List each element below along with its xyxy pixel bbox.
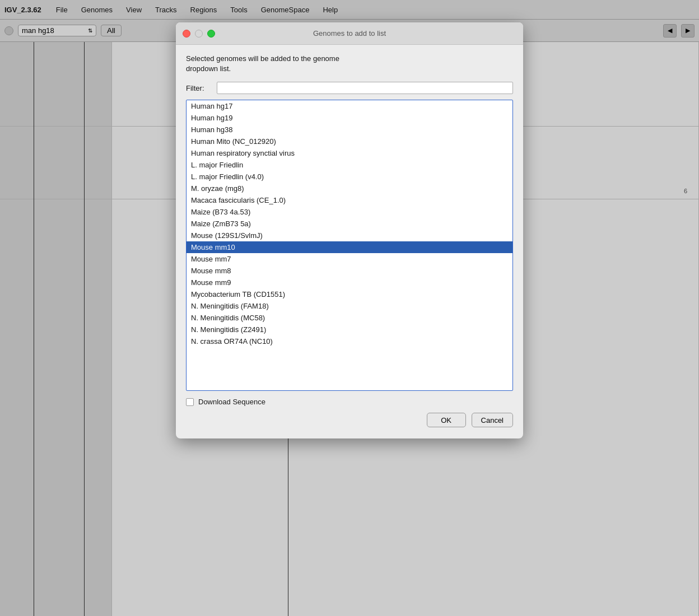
genome-list-item[interactable]: Human hg17 [187, 100, 512, 112]
genome-list-item[interactable]: M. oryzae (mg8) [187, 183, 512, 194]
close-button[interactable] [183, 30, 190, 38]
dialog-overlay: Genomes to add to list Selected genomes … [0, 0, 699, 616]
traffic-lights [183, 30, 215, 38]
genome-list-item[interactable]: N. Meningitidis (FAM18) [187, 300, 512, 312]
genome-list-item[interactable]: Mycobacterium TB (CD1551) [187, 288, 512, 300]
filter-row: Filter: [186, 82, 513, 94]
genome-list-item[interactable]: Macaca fascicularis (CE_1.0) [187, 194, 512, 206]
genome-list-item[interactable]: L. major Friedlin (v4.0) [187, 171, 512, 183]
genome-list-item[interactable]: Maize (ZmB73 5a) [187, 218, 512, 230]
ok-button[interactable]: OK [427, 413, 466, 427]
download-sequence-row: Download Sequence [186, 398, 265, 406]
genome-list-item[interactable]: Mouse mm8 [187, 265, 512, 277]
genome-list-item[interactable]: Maize (B73 4a.53) [187, 206, 512, 218]
genome-list-item[interactable]: N. crassa OR74A (NC10) [187, 335, 512, 347]
genome-list-item[interactable]: N. Meningitidis (Z2491) [187, 324, 512, 335]
dialog-buttons: OK Cancel [186, 413, 513, 430]
dialog-title: Genomes to add to list [313, 29, 386, 38]
genome-list-item[interactable]: Mouse (129S1/SvlmJ) [187, 230, 512, 241]
genome-list-item[interactable]: Human respiratory synctial virus [187, 147, 512, 159]
genomes-dialog: Genomes to add to list Selected genomes … [176, 22, 523, 438]
minimize-button[interactable] [195, 30, 203, 38]
genome-list-item[interactable]: Mouse mm10 [187, 241, 512, 253]
download-sequence-checkbox[interactable] [186, 398, 194, 406]
genome-list-item[interactable]: Human hg19 [187, 112, 512, 124]
genome-list-item[interactable]: Human Mito (NC_012920) [187, 136, 512, 147]
genome-list-item[interactable]: L. major Friedlin [187, 159, 512, 171]
dialog-titlebar: Genomes to add to list [176, 22, 523, 45]
genome-list-item[interactable]: Mouse mm7 [187, 253, 512, 265]
filter-label: Filter: [186, 84, 211, 92]
maximize-button[interactable] [207, 30, 215, 38]
dialog-body: Selected genomes will be added to the ge… [176, 45, 523, 438]
genome-list-item[interactable]: Human hg38 [187, 124, 512, 136]
dialog-description: Selected genomes will be added to the ge… [186, 54, 513, 74]
bottom-row: Download Sequence [186, 398, 513, 406]
genome-list-item[interactable]: N. Meningitidis (MC58) [187, 312, 512, 324]
genome-list-item[interactable]: Mouse mm9 [187, 277, 512, 288]
genome-listbox[interactable]: Human hg17Human hg19Human hg38Human Mito… [186, 100, 513, 391]
filter-input[interactable] [217, 82, 513, 94]
download-sequence-label: Download Sequence [198, 398, 265, 406]
cancel-button[interactable]: Cancel [472, 413, 513, 427]
